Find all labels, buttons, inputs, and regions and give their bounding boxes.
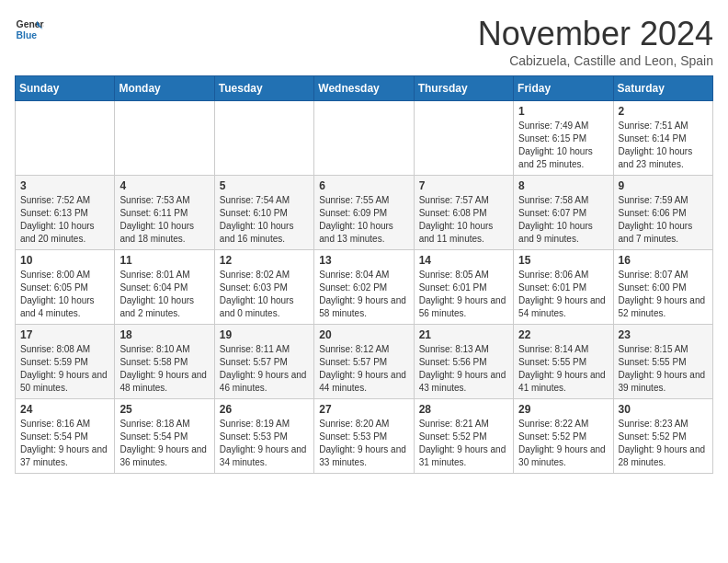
day-cell: 2Sunrise: 7:51 AMSunset: 6:14 PMDaylight… — [613, 101, 712, 176]
day-info: Sunrise: 8:16 AMSunset: 5:54 PMDaylight:… — [20, 418, 109, 469]
day-cell: 10Sunrise: 8:00 AMSunset: 6:05 PMDayligh… — [16, 250, 115, 325]
day-number: 11 — [119, 254, 209, 267]
logo: General Blue — [15, 15, 44, 44]
day-number: 1 — [518, 105, 608, 118]
weekday-header-friday: Friday — [514, 76, 613, 101]
day-cell: 27Sunrise: 8:20 AMSunset: 5:53 PMDayligh… — [314, 399, 414, 474]
day-info: Sunrise: 8:00 AMSunset: 6:05 PMDaylight:… — [20, 269, 109, 320]
day-cell — [314, 101, 414, 176]
day-info: Sunrise: 8:21 AMSunset: 5:52 PMDaylight:… — [419, 418, 508, 469]
day-number: 5 — [220, 179, 309, 192]
day-info: Sunrise: 8:10 AMSunset: 5:58 PMDaylight:… — [119, 343, 209, 395]
day-number: 16 — [619, 254, 708, 267]
day-cell — [115, 101, 214, 176]
day-cell — [16, 101, 115, 176]
weekday-header-row: SundayMondayTuesdayWednesdayThursdayFrid… — [16, 76, 713, 101]
day-info: Sunrise: 7:51 AMSunset: 6:14 PMDaylight:… — [619, 120, 708, 171]
day-info: Sunrise: 8:11 AMSunset: 5:57 PMDaylight:… — [220, 343, 309, 395]
calendar-table: SundayMondayTuesdayWednesdayThursdayFrid… — [15, 75, 713, 474]
day-cell: 24Sunrise: 8:16 AMSunset: 5:54 PMDayligh… — [16, 399, 115, 474]
day-cell: 13Sunrise: 8:04 AMSunset: 6:02 PMDayligh… — [314, 250, 414, 325]
day-cell — [414, 101, 513, 176]
day-cell: 11Sunrise: 8:01 AMSunset: 6:04 PMDayligh… — [115, 250, 214, 325]
day-info: Sunrise: 7:49 AMSunset: 6:15 PMDaylight:… — [518, 120, 608, 171]
day-info: Sunrise: 7:53 AMSunset: 6:11 PMDaylight:… — [119, 194, 209, 246]
day-number: 29 — [518, 403, 608, 416]
weekday-header-monday: Monday — [115, 76, 214, 101]
day-cell: 28Sunrise: 8:21 AMSunset: 5:52 PMDayligh… — [414, 399, 513, 474]
day-info: Sunrise: 8:04 AMSunset: 6:02 PMDaylight:… — [319, 269, 408, 320]
day-cell: 8Sunrise: 7:58 AMSunset: 6:07 PMDaylight… — [514, 176, 613, 250]
day-number: 17 — [20, 328, 109, 341]
day-number: 24 — [20, 403, 109, 416]
day-number: 10 — [20, 254, 109, 267]
day-number: 14 — [419, 254, 508, 267]
weekday-header-tuesday: Tuesday — [214, 76, 313, 101]
day-cell: 30Sunrise: 8:23 AMSunset: 5:52 PMDayligh… — [613, 399, 712, 474]
day-info: Sunrise: 8:01 AMSunset: 6:04 PMDaylight:… — [119, 269, 209, 320]
svg-text:Blue: Blue — [17, 30, 38, 40]
day-info: Sunrise: 8:02 AMSunset: 6:03 PMDaylight:… — [220, 269, 309, 320]
day-number: 2 — [619, 105, 708, 118]
day-info: Sunrise: 8:12 AMSunset: 5:57 PMDaylight:… — [319, 343, 408, 395]
week-row-4: 17Sunrise: 8:08 AMSunset: 5:59 PMDayligh… — [16, 325, 713, 399]
day-number: 18 — [119, 328, 209, 341]
day-number: 9 — [619, 179, 708, 192]
day-cell: 4Sunrise: 7:53 AMSunset: 6:11 PMDaylight… — [115, 176, 214, 250]
day-number: 21 — [419, 328, 508, 341]
day-cell: 17Sunrise: 8:08 AMSunset: 5:59 PMDayligh… — [16, 325, 115, 399]
day-number: 20 — [319, 328, 408, 341]
day-cell: 9Sunrise: 7:59 AMSunset: 6:06 PMDaylight… — [613, 176, 712, 250]
day-cell: 3Sunrise: 7:52 AMSunset: 6:13 PMDaylight… — [16, 176, 115, 250]
location-subtitle: Cabizuela, Castille and Leon, Spain — [478, 53, 713, 68]
day-info: Sunrise: 8:14 AMSunset: 5:55 PMDaylight:… — [518, 343, 608, 395]
day-info: Sunrise: 7:58 AMSunset: 6:07 PMDaylight:… — [518, 194, 608, 246]
day-cell: 15Sunrise: 8:06 AMSunset: 6:01 PMDayligh… — [514, 250, 613, 325]
week-row-5: 24Sunrise: 8:16 AMSunset: 5:54 PMDayligh… — [16, 399, 713, 474]
day-info: Sunrise: 8:15 AMSunset: 5:55 PMDaylight:… — [619, 343, 708, 395]
day-number: 7 — [419, 179, 508, 192]
day-number: 22 — [518, 328, 608, 341]
day-info: Sunrise: 7:52 AMSunset: 6:13 PMDaylight:… — [20, 194, 109, 246]
day-info: Sunrise: 8:18 AMSunset: 5:54 PMDaylight:… — [119, 418, 209, 469]
day-cell: 1Sunrise: 7:49 AMSunset: 6:15 PMDaylight… — [514, 101, 613, 176]
day-number: 4 — [119, 179, 209, 192]
day-number: 8 — [518, 179, 608, 192]
page-header: General Blue November 2024 Cabizuela, Ca… — [15, 15, 713, 68]
day-cell: 29Sunrise: 8:22 AMSunset: 5:52 PMDayligh… — [514, 399, 613, 474]
day-number: 13 — [319, 254, 408, 267]
day-number: 19 — [220, 328, 309, 341]
day-number: 30 — [619, 403, 708, 416]
day-cell: 7Sunrise: 7:57 AMSunset: 6:08 PMDaylight… — [414, 176, 513, 250]
day-cell: 22Sunrise: 8:14 AMSunset: 5:55 PMDayligh… — [514, 325, 613, 399]
day-info: Sunrise: 7:59 AMSunset: 6:06 PMDaylight:… — [619, 194, 708, 246]
day-cell: 23Sunrise: 8:15 AMSunset: 5:55 PMDayligh… — [613, 325, 712, 399]
weekday-header-sunday: Sunday — [16, 76, 115, 101]
day-info: Sunrise: 8:06 AMSunset: 6:01 PMDaylight:… — [518, 269, 608, 320]
day-number: 28 — [419, 403, 508, 416]
title-block: November 2024 Cabizuela, Castille and Le… — [478, 15, 713, 68]
month-title: November 2024 — [478, 15, 713, 53]
day-cell — [214, 101, 313, 176]
day-number: 26 — [220, 403, 309, 416]
day-cell: 14Sunrise: 8:05 AMSunset: 6:01 PMDayligh… — [414, 250, 513, 325]
day-number: 23 — [619, 328, 708, 341]
day-info: Sunrise: 7:57 AMSunset: 6:08 PMDaylight:… — [419, 194, 508, 246]
day-number: 3 — [20, 179, 109, 192]
day-info: Sunrise: 8:07 AMSunset: 6:00 PMDaylight:… — [619, 269, 708, 320]
day-info: Sunrise: 8:08 AMSunset: 5:59 PMDaylight:… — [20, 343, 109, 395]
day-cell: 6Sunrise: 7:55 AMSunset: 6:09 PMDaylight… — [314, 176, 414, 250]
day-info: Sunrise: 8:20 AMSunset: 5:53 PMDaylight:… — [319, 418, 408, 469]
day-number: 12 — [220, 254, 309, 267]
day-info: Sunrise: 7:54 AMSunset: 6:10 PMDaylight:… — [220, 194, 309, 246]
day-cell: 26Sunrise: 8:19 AMSunset: 5:53 PMDayligh… — [214, 399, 313, 474]
day-cell: 21Sunrise: 8:13 AMSunset: 5:56 PMDayligh… — [414, 325, 513, 399]
week-row-1: 1Sunrise: 7:49 AMSunset: 6:15 PMDaylight… — [16, 101, 713, 176]
day-info: Sunrise: 8:13 AMSunset: 5:56 PMDaylight:… — [419, 343, 508, 395]
day-number: 25 — [119, 403, 209, 416]
day-number: 6 — [319, 179, 408, 192]
svg-text:General: General — [17, 19, 44, 29]
day-info: Sunrise: 7:55 AMSunset: 6:09 PMDaylight:… — [319, 194, 408, 246]
day-info: Sunrise: 8:19 AMSunset: 5:53 PMDaylight:… — [220, 418, 309, 469]
day-info: Sunrise: 8:22 AMSunset: 5:52 PMDaylight:… — [518, 418, 608, 469]
